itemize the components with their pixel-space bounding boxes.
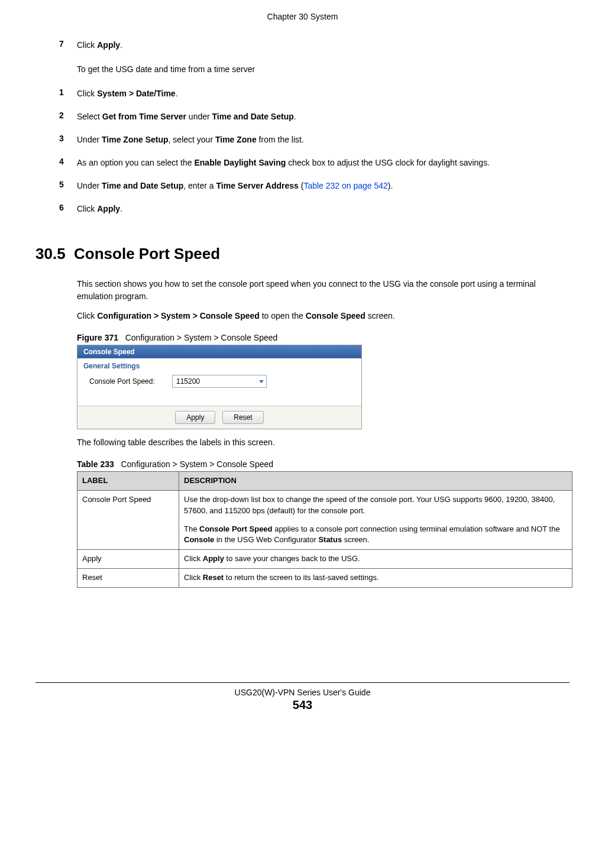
step-item: 7 Click Apply. bbox=[59, 39, 570, 51]
step-item: 5 Under Time and Date Setup, enter a Tim… bbox=[59, 180, 570, 192]
footer-guide-name: USG20(W)-VPN Series User's Guide bbox=[35, 688, 570, 697]
cell-label: Console Port Speed bbox=[77, 490, 179, 549]
chevron-down-icon bbox=[259, 380, 264, 383]
footer-rule bbox=[35, 682, 570, 683]
panel-footer: Apply Reset bbox=[77, 406, 361, 429]
table-row: Reset Click Reset to return the screen t… bbox=[77, 569, 572, 588]
section-heading: 30.5 Console Port Speed bbox=[35, 245, 570, 263]
bold-run: Enable Daylight Saving bbox=[194, 158, 286, 167]
table-title: Configuration > System > Console Speed bbox=[121, 459, 273, 469]
step-text: Click System > Date/Time. bbox=[77, 88, 570, 100]
text-run: Click bbox=[77, 311, 97, 320]
step-number: 2 bbox=[59, 111, 77, 123]
bold-run: Time and Date Setup bbox=[212, 112, 294, 121]
cell-label: Reset bbox=[77, 569, 179, 588]
bold-run: Apply bbox=[203, 554, 224, 563]
step-number: 6 bbox=[59, 203, 77, 215]
select-value: 115200 bbox=[176, 377, 200, 386]
text-run: Under bbox=[77, 135, 102, 144]
body-paragraph: This section shows you how to set the co… bbox=[77, 278, 570, 303]
apply-button[interactable]: Apply bbox=[175, 411, 215, 424]
text-run: in the USG Web Configurator bbox=[214, 535, 318, 544]
table-header-row: LABEL DESCRIPTION bbox=[77, 472, 572, 491]
spacer bbox=[184, 517, 567, 524]
form-row: Console Port Speed: 115200 bbox=[77, 371, 361, 406]
figure-caption: Figure 371 Configuration > System > Cons… bbox=[77, 333, 570, 342]
step-item: 6 Click Apply. bbox=[59, 203, 570, 215]
step-text: Under Time and Date Setup, enter a Time … bbox=[77, 180, 570, 192]
cell-description: Click Apply to save your changes back to… bbox=[179, 550, 572, 569]
step-text: Under Time Zone Setup, select your Time … bbox=[77, 134, 570, 146]
table-header-description: DESCRIPTION bbox=[179, 472, 572, 491]
text-run: Click bbox=[184, 573, 203, 582]
bold-run: Time Zone bbox=[215, 135, 257, 144]
text-run: to return the screen to its last-saved s… bbox=[224, 573, 378, 582]
text-run: Select bbox=[77, 112, 102, 121]
bold-run: Console bbox=[184, 535, 214, 544]
bold-run: Reset bbox=[203, 573, 224, 582]
cross-ref-link[interactable]: Table 232 on page 542 bbox=[303, 181, 387, 190]
step-text: Click Apply. bbox=[77, 39, 570, 51]
bold-run: System > Date/Time bbox=[97, 89, 175, 98]
figure-label: Figure 371 bbox=[77, 333, 118, 342]
step-item: 4 As an option you can select the Enable… bbox=[59, 157, 570, 169]
text-run: under bbox=[186, 112, 212, 121]
reset-button[interactable]: Reset bbox=[222, 411, 263, 424]
figure-screenshot: Console Speed General Settings Console P… bbox=[77, 345, 362, 429]
section-title: Console Port Speed bbox=[74, 245, 220, 263]
text-run: to save your changes back to the USG. bbox=[224, 554, 360, 563]
bold-run: Status bbox=[318, 535, 342, 544]
step-number: 5 bbox=[59, 180, 77, 192]
text-run: check box to adjust the USG clock for da… bbox=[286, 158, 490, 167]
step-item: 2 Select Get from Time Server under Time… bbox=[59, 111, 570, 123]
text-run: Use the drop-down list box to change the… bbox=[184, 495, 555, 515]
section-number: 30.5 bbox=[35, 245, 66, 263]
text-run: Click bbox=[77, 40, 97, 50]
table-caption: Table 233 Configuration > System > Conso… bbox=[77, 459, 570, 469]
text-run: . bbox=[294, 112, 296, 121]
text-run: . bbox=[120, 40, 122, 50]
text-run: screen. bbox=[342, 535, 369, 544]
step-text: As an option you can select the Enable D… bbox=[77, 157, 570, 169]
chapter-header: Chapter 30 System bbox=[35, 12, 570, 21]
panel-section-label: General Settings bbox=[77, 358, 361, 371]
description-table: LABEL DESCRIPTION Console Port Speed Use… bbox=[77, 471, 572, 588]
text-run: Click bbox=[77, 89, 97, 98]
bold-run: Time Zone Setup bbox=[102, 135, 169, 144]
sub-paragraph: To get the USG date and time from a time… bbox=[77, 63, 570, 76]
bold-run: Configuration > System > Console Speed bbox=[97, 311, 260, 320]
bold-run: Console Port Speed bbox=[199, 524, 273, 533]
text-run: . bbox=[120, 204, 122, 213]
bold-run: Time and Date Setup bbox=[102, 181, 183, 190]
body-paragraph: Click Configuration > System > Console S… bbox=[77, 310, 570, 322]
text-run: screen. bbox=[365, 311, 395, 320]
text-run: As an option you can select the bbox=[77, 158, 194, 167]
bold-run: Apply bbox=[97, 40, 120, 50]
step-item: 1 Click System > Date/Time. bbox=[59, 88, 570, 100]
step-text: Select Get from Time Server under Time a… bbox=[77, 111, 570, 123]
figure-title: Configuration > System > Console Speed bbox=[125, 333, 278, 342]
text-run: applies to a console port connection usi… bbox=[273, 524, 560, 533]
document-page: Chapter 30 System 7 Click Apply. To get … bbox=[0, 0, 605, 868]
step-item: 3 Under Time Zone Setup, select your Tim… bbox=[59, 134, 570, 146]
console-speed-select[interactable]: 115200 bbox=[172, 375, 267, 388]
step-number: 7 bbox=[59, 39, 77, 51]
bold-run: Apply bbox=[97, 204, 120, 213]
step-text: Click Apply. bbox=[77, 203, 570, 215]
text-run: The bbox=[184, 524, 199, 533]
bold-run: Console Speed bbox=[306, 311, 365, 320]
step-number: 4 bbox=[59, 157, 77, 169]
step-number: 1 bbox=[59, 88, 77, 100]
cell-label: Apply bbox=[77, 550, 179, 569]
text-run: Click bbox=[77, 204, 97, 213]
text-run: , enter a bbox=[183, 181, 216, 190]
table-header-label: LABEL bbox=[77, 472, 179, 491]
text-run: ). bbox=[388, 181, 393, 190]
body-paragraph: The following table describes the labels… bbox=[77, 436, 570, 449]
step-number: 3 bbox=[59, 134, 77, 146]
field-label: Console Port Speed: bbox=[89, 377, 172, 386]
cell-description: Use the drop-down list box to change the… bbox=[179, 490, 572, 549]
text-run: to open the bbox=[260, 311, 306, 320]
text-run: Under bbox=[77, 181, 102, 190]
footer-page-number: 543 bbox=[35, 698, 570, 712]
